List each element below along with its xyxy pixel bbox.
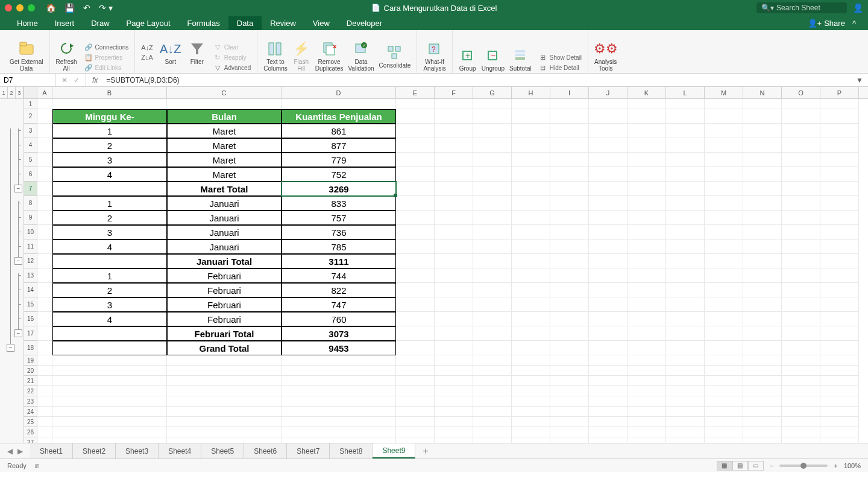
zoom-out-button[interactable]: − [770,462,773,469]
cell-C1[interactable] [167,99,281,109]
cell-D27[interactable] [281,437,396,443]
cell-C4[interactable]: Maret [167,138,281,153]
filter-button[interactable]: Filter [188,40,206,65]
cell-P6[interactable] [820,167,859,182]
cell-L17[interactable] [666,326,705,341]
row-header-14[interactable]: 14 [24,283,37,297]
cell-P23[interactable] [820,396,859,407]
cell-K22[interactable] [627,386,666,396]
cell-H3[interactable] [512,124,550,138]
cell-H11[interactable] [512,240,550,254]
cell-D10[interactable]: 736 [281,225,396,240]
cell-L8[interactable] [666,196,705,211]
cell-K24[interactable] [627,407,666,417]
cell-E8[interactable] [396,196,435,211]
cell-G8[interactable] [473,196,512,211]
cell-A19[interactable] [37,355,52,366]
cell-B18[interactable] [52,341,167,355]
row-header-11[interactable]: 11 [24,240,37,254]
row-header-13[interactable]: 13 [24,268,37,283]
cell-E27[interactable] [396,437,435,443]
cell-C5[interactable]: Maret [167,153,281,167]
consolidate-button[interactable]: Consolidate [379,44,411,69]
cell-M26[interactable] [705,427,743,437]
cell-L6[interactable] [666,167,705,182]
cell-A6[interactable] [37,167,52,182]
row-header-3[interactable]: 3 [24,124,37,138]
cell-M22[interactable] [705,386,743,396]
cell-M6[interactable] [705,167,743,182]
cell-I10[interactable] [550,225,589,240]
cell-O26[interactable] [782,427,820,437]
cell-D1[interactable] [281,99,396,109]
cell-A20[interactable] [37,366,52,376]
cell-C27[interactable] [167,437,281,443]
cell-F25[interactable] [435,417,473,427]
fx-icon[interactable]: fx [86,76,104,84]
redo-icon[interactable]: ↷ ▾ [99,3,113,13]
menu-page-layout[interactable]: Page Layout [118,16,179,30]
cell-O19[interactable] [782,355,820,366]
cell-J7[interactable] [589,182,627,196]
cell-B3[interactable]: 1 [52,124,167,138]
cell-P4[interactable] [820,138,859,153]
cell-J1[interactable] [589,99,627,109]
row-header-23[interactable]: 23 [24,396,37,407]
cell-B5[interactable]: 3 [52,153,167,167]
cell-P7[interactable] [820,182,859,196]
cell-O16[interactable] [782,312,820,326]
sheet-tab-sheet1[interactable]: Sheet1 [30,443,73,458]
cell-D5[interactable]: 779 [281,153,396,167]
cell-M5[interactable] [705,153,743,167]
accept-formula-icon[interactable]: ✓ [74,76,80,84]
cell-O20[interactable] [782,366,820,376]
cell-B12[interactable] [52,254,167,268]
cell-I26[interactable] [550,427,589,437]
sheet-tab-sheet6[interactable]: Sheet6 [244,443,287,458]
cell-D12[interactable]: 3111 [281,254,396,268]
row-header-20[interactable]: 20 [24,366,37,376]
cell-B27[interactable] [52,437,167,443]
page-break-view-button[interactable]: ▭ [748,461,764,471]
cell-M2[interactable] [705,109,743,124]
cell-A22[interactable] [37,386,52,396]
cell-E5[interactable] [396,153,435,167]
cell-J22[interactable] [589,386,627,396]
column-header-J[interactable]: J [589,87,627,98]
row-header-21[interactable]: 21 [24,376,37,386]
cell-N26[interactable] [743,427,782,437]
cell-J11[interactable] [589,240,627,254]
row-header-9[interactable]: 9 [24,211,37,225]
cell-I1[interactable] [550,99,589,109]
cell-J2[interactable] [589,109,627,124]
cell-C3[interactable]: Maret [167,124,281,138]
cell-K4[interactable] [627,138,666,153]
column-header-L[interactable]: L [666,87,705,98]
cell-I15[interactable] [550,297,589,312]
cell-H23[interactable] [512,396,550,407]
cell-M10[interactable] [705,225,743,240]
cell-E20[interactable] [396,366,435,376]
cell-G5[interactable] [473,153,512,167]
cell-E12[interactable] [396,254,435,268]
cell-N18[interactable] [743,341,782,355]
subtotal-button[interactable]: Subtotal [509,47,532,72]
sheet-tab-sheet9[interactable]: Sheet9 [373,443,415,458]
cell-O7[interactable] [782,182,820,196]
outline-collapse-row-12[interactable]: − [14,257,22,265]
outline-collapse-grand[interactable]: − [7,344,14,352]
cell-F6[interactable] [435,167,473,182]
cell-M15[interactable] [705,297,743,312]
cell-G26[interactable] [473,427,512,437]
cell-M19[interactable] [705,355,743,366]
cell-C26[interactable] [167,427,281,437]
cell-E18[interactable] [396,341,435,355]
cell-I21[interactable] [550,376,589,386]
cell-C15[interactable]: Februari [167,297,281,312]
cell-L5[interactable] [666,153,705,167]
cell-D3[interactable]: 861 [281,124,396,138]
cell-H8[interactable] [512,196,550,211]
cell-L18[interactable] [666,341,705,355]
cell-G7[interactable] [473,182,512,196]
column-header-P[interactable]: P [820,87,859,98]
